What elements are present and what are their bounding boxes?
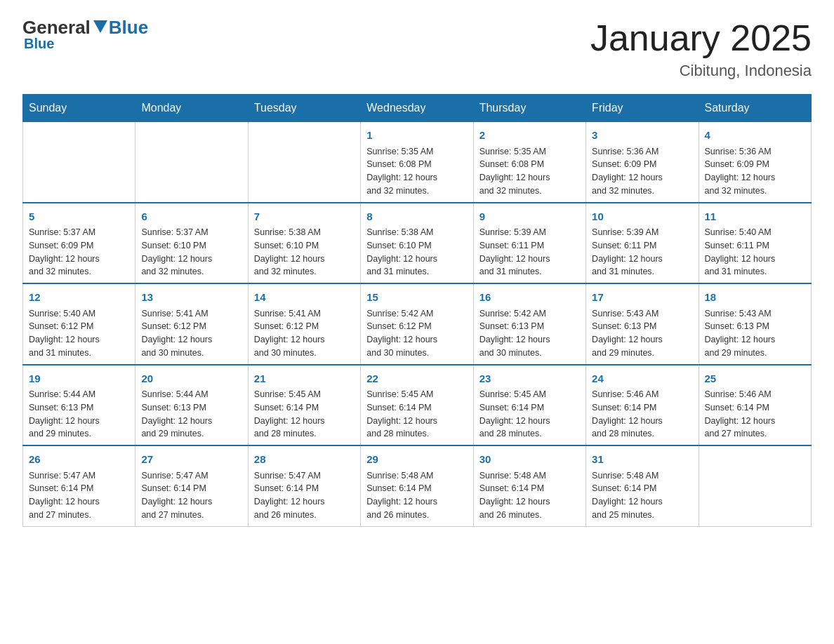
day-number: 1 [366, 128, 467, 144]
day-number: 25 [705, 371, 805, 387]
col-monday: Monday [135, 95, 248, 122]
calendar-cell: 2Sunrise: 5:35 AM Sunset: 6:08 PM Daylig… [473, 122, 585, 203]
calendar-cell: 7Sunrise: 5:38 AM Sunset: 6:10 PM Daylig… [248, 203, 360, 284]
day-info: Sunrise: 5:40 AM Sunset: 6:12 PM Dayligh… [29, 307, 129, 360]
day-number: 19 [29, 371, 129, 387]
day-number: 30 [479, 452, 580, 468]
col-thursday: Thursday [473, 95, 585, 122]
day-number: 7 [254, 209, 355, 225]
day-info: Sunrise: 5:47 AM Sunset: 6:14 PM Dayligh… [254, 469, 355, 522]
day-info: Sunrise: 5:42 AM Sunset: 6:12 PM Dayligh… [366, 307, 467, 360]
day-info: Sunrise: 5:38 AM Sunset: 6:10 PM Dayligh… [366, 226, 467, 279]
day-info: Sunrise: 5:35 AM Sunset: 6:08 PM Dayligh… [479, 145, 580, 198]
day-number: 24 [592, 371, 692, 387]
calendar-cell: 14Sunrise: 5:41 AM Sunset: 6:12 PM Dayli… [248, 283, 360, 365]
day-number: 11 [705, 209, 805, 225]
calendar-cell: 11Sunrise: 5:40 AM Sunset: 6:11 PM Dayli… [699, 203, 811, 284]
day-info: Sunrise: 5:45 AM Sunset: 6:14 PM Dayligh… [366, 388, 467, 441]
calendar-week-row: 1Sunrise: 5:35 AM Sunset: 6:08 PM Daylig… [23, 122, 812, 203]
page-subtitle: Cibitung, Indonesia [590, 62, 812, 80]
calendar-cell: 21Sunrise: 5:45 AM Sunset: 6:14 PM Dayli… [248, 365, 360, 446]
day-info: Sunrise: 5:38 AM Sunset: 6:10 PM Dayligh… [254, 226, 355, 279]
day-number: 2 [479, 128, 580, 144]
day-info: Sunrise: 5:36 AM Sunset: 6:09 PM Dayligh… [592, 145, 692, 198]
logo-triangle-icon [93, 20, 107, 33]
calendar-cell: 30Sunrise: 5:48 AM Sunset: 6:14 PM Dayli… [473, 445, 585, 526]
col-wednesday: Wednesday [361, 95, 473, 122]
day-info: Sunrise: 5:45 AM Sunset: 6:14 PM Dayligh… [479, 388, 580, 441]
calendar-cell: 15Sunrise: 5:42 AM Sunset: 6:12 PM Dayli… [361, 283, 473, 365]
calendar-cell [699, 445, 811, 526]
day-number: 10 [592, 209, 692, 225]
day-info: Sunrise: 5:47 AM Sunset: 6:14 PM Dayligh… [29, 469, 129, 522]
calendar-cell: 19Sunrise: 5:44 AM Sunset: 6:13 PM Dayli… [23, 365, 135, 446]
calendar-week-row: 26Sunrise: 5:47 AM Sunset: 6:14 PM Dayli… [23, 445, 812, 526]
calendar-cell [23, 122, 135, 203]
day-number: 6 [141, 209, 241, 225]
day-number: 22 [366, 371, 467, 387]
day-number: 9 [479, 209, 580, 225]
calendar-cell: 4Sunrise: 5:36 AM Sunset: 6:09 PM Daylig… [699, 122, 811, 203]
day-info: Sunrise: 5:40 AM Sunset: 6:11 PM Dayligh… [705, 226, 805, 279]
calendar-cell: 16Sunrise: 5:42 AM Sunset: 6:13 PM Dayli… [473, 283, 585, 365]
day-number: 14 [254, 290, 355, 306]
calendar-header-row: Sunday Monday Tuesday Wednesday Thursday… [23, 95, 812, 122]
day-info: Sunrise: 5:37 AM Sunset: 6:09 PM Dayligh… [29, 226, 129, 279]
calendar-cell: 31Sunrise: 5:48 AM Sunset: 6:14 PM Dayli… [586, 445, 699, 526]
calendar-cell: 5Sunrise: 5:37 AM Sunset: 6:09 PM Daylig… [23, 203, 135, 284]
day-info: Sunrise: 5:44 AM Sunset: 6:13 PM Dayligh… [29, 388, 129, 441]
day-info: Sunrise: 5:46 AM Sunset: 6:14 PM Dayligh… [705, 388, 805, 441]
day-number: 13 [141, 290, 241, 306]
col-tuesday: Tuesday [248, 95, 360, 122]
col-sunday: Sunday [23, 95, 135, 122]
day-info: Sunrise: 5:41 AM Sunset: 6:12 PM Dayligh… [254, 307, 355, 360]
calendar-cell: 23Sunrise: 5:45 AM Sunset: 6:14 PM Dayli… [473, 365, 585, 446]
day-number: 3 [592, 128, 692, 144]
day-number: 5 [29, 209, 129, 225]
day-info: Sunrise: 5:47 AM Sunset: 6:14 PM Dayligh… [141, 469, 241, 522]
page-title: January 2025 [590, 17, 812, 59]
title-area: January 2025 Cibitung, Indonesia [590, 17, 812, 80]
calendar-cell: 17Sunrise: 5:43 AM Sunset: 6:13 PM Dayli… [586, 283, 699, 365]
calendar-cell: 12Sunrise: 5:40 AM Sunset: 6:12 PM Dayli… [23, 283, 135, 365]
day-info: Sunrise: 5:37 AM Sunset: 6:10 PM Dayligh… [141, 226, 241, 279]
calendar-week-row: 5Sunrise: 5:37 AM Sunset: 6:09 PM Daylig… [23, 203, 812, 284]
calendar-cell: 1Sunrise: 5:35 AM Sunset: 6:08 PM Daylig… [361, 122, 473, 203]
day-info: Sunrise: 5:36 AM Sunset: 6:09 PM Dayligh… [705, 145, 805, 198]
day-info: Sunrise: 5:46 AM Sunset: 6:14 PM Dayligh… [592, 388, 692, 441]
calendar-week-row: 19Sunrise: 5:44 AM Sunset: 6:13 PM Dayli… [23, 365, 812, 446]
calendar-week-row: 12Sunrise: 5:40 AM Sunset: 6:12 PM Dayli… [23, 283, 812, 365]
day-number: 8 [366, 209, 467, 225]
calendar-table: Sunday Monday Tuesday Wednesday Thursday… [22, 94, 812, 527]
day-number: 20 [141, 371, 241, 387]
calendar-cell: 18Sunrise: 5:43 AM Sunset: 6:13 PM Dayli… [699, 283, 811, 365]
calendar-cell: 22Sunrise: 5:45 AM Sunset: 6:14 PM Dayli… [361, 365, 473, 446]
day-info: Sunrise: 5:43 AM Sunset: 6:13 PM Dayligh… [592, 307, 692, 360]
day-number: 26 [29, 452, 129, 468]
calendar-cell [135, 122, 248, 203]
day-number: 15 [366, 290, 467, 306]
day-number: 31 [592, 452, 692, 468]
calendar-cell: 6Sunrise: 5:37 AM Sunset: 6:10 PM Daylig… [135, 203, 248, 284]
day-info: Sunrise: 5:48 AM Sunset: 6:14 PM Dayligh… [366, 469, 467, 522]
calendar-cell: 28Sunrise: 5:47 AM Sunset: 6:14 PM Dayli… [248, 445, 360, 526]
calendar-cell [248, 122, 360, 203]
calendar-cell: 3Sunrise: 5:36 AM Sunset: 6:09 PM Daylig… [586, 122, 699, 203]
calendar-cell: 25Sunrise: 5:46 AM Sunset: 6:14 PM Dayli… [699, 365, 811, 446]
day-info: Sunrise: 5:39 AM Sunset: 6:11 PM Dayligh… [592, 226, 692, 279]
calendar-cell: 10Sunrise: 5:39 AM Sunset: 6:11 PM Dayli… [586, 203, 699, 284]
day-number: 23 [479, 371, 580, 387]
logo-underline: Blue [24, 36, 54, 52]
calendar-cell: 27Sunrise: 5:47 AM Sunset: 6:14 PM Dayli… [135, 445, 248, 526]
day-number: 4 [705, 128, 805, 144]
day-info: Sunrise: 5:43 AM Sunset: 6:13 PM Dayligh… [705, 307, 805, 360]
logo: General Blue Blue [22, 17, 148, 52]
day-info: Sunrise: 5:35 AM Sunset: 6:08 PM Dayligh… [366, 145, 467, 198]
day-number: 28 [254, 452, 355, 468]
day-info: Sunrise: 5:48 AM Sunset: 6:14 PM Dayligh… [479, 469, 580, 522]
page-header: General Blue Blue January 2025 Cibitung,… [22, 17, 812, 80]
day-number: 27 [141, 452, 241, 468]
day-info: Sunrise: 5:48 AM Sunset: 6:14 PM Dayligh… [592, 469, 692, 522]
day-number: 18 [705, 290, 805, 306]
day-info: Sunrise: 5:45 AM Sunset: 6:14 PM Dayligh… [254, 388, 355, 441]
